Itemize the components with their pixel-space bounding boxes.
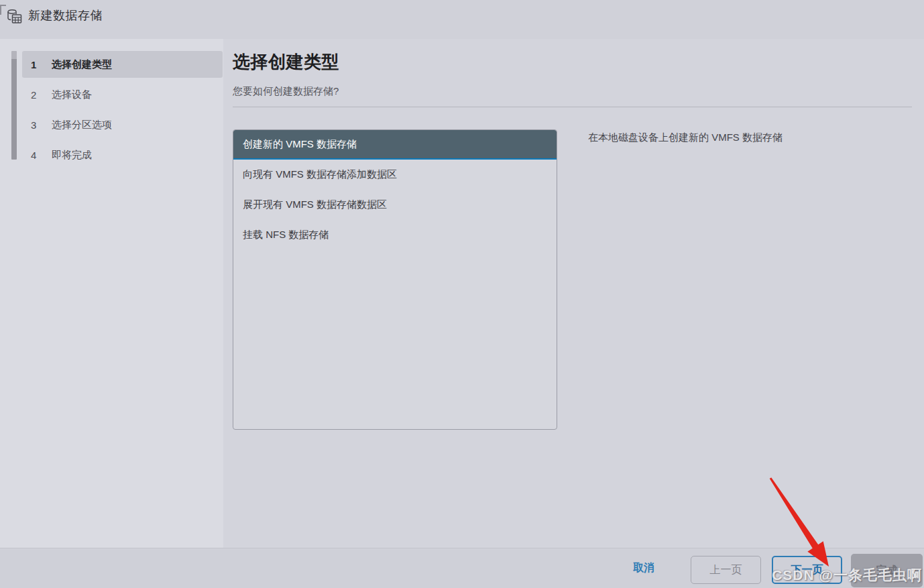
creation-type-list: 创建新的 VMFS 数据存储向现有 VMFS 数据存储添加数据区展开现有 VMF… [233, 129, 557, 430]
step-number: 3 [31, 119, 46, 131]
sidebar-scrollbar[interactable] [11, 51, 17, 160]
finish-button[interactable]: 完成 [851, 554, 923, 587]
next-button[interactable]: 下一页 [772, 556, 842, 584]
creation-type-option-3[interactable]: 展开现有 VMFS 数据存储数据区 [233, 190, 557, 220]
step-number: 2 [31, 89, 46, 101]
wizard-step-4[interactable]: 4即将完成 [22, 141, 223, 168]
selection-description: 在本地磁盘设备上创建新的 VMFS 数据存储 [588, 131, 783, 430]
window-corner-fragment [0, 5, 6, 15]
datastore-icon [6, 8, 23, 25]
wizard-main-panel: 选择创建类型 您要如何创建数据存储? 创建新的 VMFS 数据存储向现有 VMF… [223, 39, 924, 548]
step-label: 即将完成 [52, 149, 92, 162]
wizard-step-list: 1选择创建类型2选择设备3选择分区选项4即将完成 [0, 39, 223, 168]
divider [233, 107, 912, 107]
wizard-step-3[interactable]: 3选择分区选项 [22, 111, 223, 138]
wizard-step-2[interactable]: 2选择设备 [22, 81, 223, 108]
wizard-steps-sidebar: 1选择创建类型2选择设备3选择分区选项4即将完成 [0, 39, 223, 548]
page-subtitle: 您要如何创建数据存储? [233, 85, 912, 98]
page-title: 选择创建类型 [233, 50, 912, 74]
wizard-footer: 取消 上一页 下一页 完成 [0, 548, 924, 588]
creation-type-option-2[interactable]: 向现有 VMFS 数据存储添加数据区 [233, 160, 557, 190]
step-label: 选择分区选项 [52, 119, 112, 131]
wizard-step-1[interactable]: 1选择创建类型 [22, 51, 223, 78]
creation-type-option-1[interactable]: 创建新的 VMFS 数据存储 [233, 130, 557, 160]
window-title-bar: 新建数据存储 [0, 0, 924, 39]
step-label: 选择创建类型 [52, 58, 112, 71]
cancel-button[interactable]: 取消 [633, 561, 654, 575]
step-label: 选择设备 [52, 89, 92, 101]
wizard-body: 1选择创建类型2选择设备3选择分区选项4即将完成 选择创建类型 您要如何创建数据… [0, 39, 924, 548]
creation-type-option-4[interactable]: 挂载 NFS 数据存储 [233, 220, 557, 250]
window-title: 新建数据存储 [28, 7, 103, 23]
back-button[interactable]: 上一页 [691, 556, 761, 584]
step-number: 4 [31, 150, 46, 161]
step-number: 1 [31, 59, 46, 70]
